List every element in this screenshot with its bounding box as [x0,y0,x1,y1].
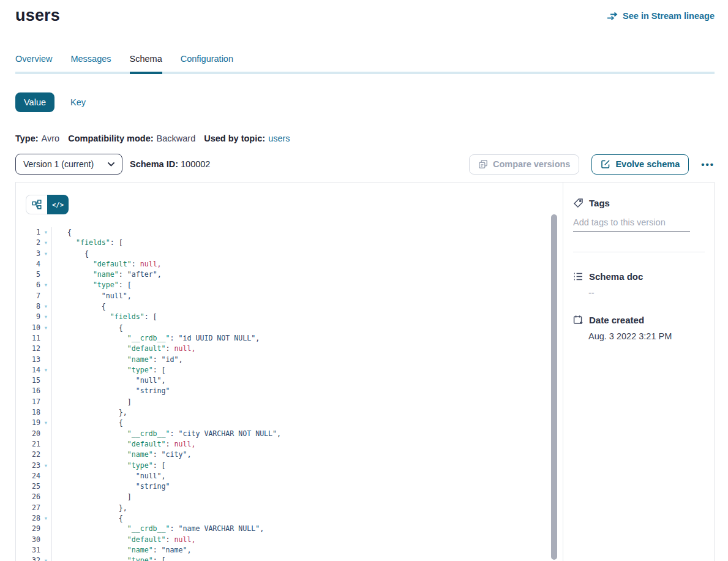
line-number: 29 [16,524,40,534]
stream-lineage-link[interactable]: See in Stream lineage [607,11,715,21]
tag-icon [573,198,584,208]
tab-messages[interactable]: Messages [70,54,111,74]
fold-toggle-icon[interactable]: ▾ [40,312,51,322]
line-number: 18 [16,407,40,418]
code-line: 28▾ { [16,513,563,524]
code-view-button[interactable]: </> [47,195,69,214]
code-block: 1▾{2▾ "fields": [3▾ {4 "default": null,5… [16,227,563,561]
line-number: 25 [16,481,40,492]
code-text: "name": "id", [51,355,183,365]
value-toggle-button[interactable]: Value [15,92,54,112]
code-text: "__crdb__": "city VARCHAR NOT NULL", [51,429,281,439]
fold-toggle-icon[interactable]: ▾ [40,238,51,248]
fold-toggle-icon [40,386,51,396]
fold-toggle-icon [40,269,51,280]
line-number: 14 [16,365,40,375]
line-number: 20 [16,429,40,439]
fold-toggle-icon[interactable]: ▾ [40,365,51,375]
line-number: 32 [16,555,40,561]
fold-toggle-icon [40,481,51,492]
line-number: 17 [16,397,40,407]
line-number: 21 [16,439,40,450]
code-text: "default": null, [51,344,195,354]
code-lines: 1▾{2▾ "fields": [3▾ {4 "default": null,5… [16,227,563,561]
tags-section-header: Tags [573,198,704,208]
schema-editor: </> 1▾{2▾ "fields": [3▾ {4 "default": nu… [16,183,563,561]
schema-doc-value: -- [573,288,704,298]
line-number: 7 [16,291,40,301]
editor-scrollbar[interactable] [551,214,557,560]
code-line: 20 "__crdb__": "city VARCHAR NOT NULL", [16,429,563,439]
fold-toggle-icon [40,429,51,439]
fold-toggle-icon [40,535,51,545]
code-text: { [51,323,123,333]
code-text: ] [51,492,132,502]
schema-id: Schema ID: 100002 [130,159,210,169]
line-number: 8 [16,301,40,312]
fold-toggle-icon [40,492,51,502]
code-line: 19▾ { [16,418,563,428]
code-line: 26 ] [16,492,563,502]
edit-icon [601,159,610,169]
sidebar-divider [573,252,705,252]
code-text: "type": [ [51,555,166,561]
add-tags-input[interactable] [573,216,690,232]
tab-schema[interactable]: Schema [130,54,162,74]
fold-toggle-icon[interactable]: ▾ [40,418,51,428]
key-toggle-link[interactable]: Key [70,97,86,107]
version-sidebar: Tags Schema doc -- [563,183,714,561]
tab-bar: Overview Messages Schema Configuration [15,54,715,74]
tab-overview[interactable]: Overview [15,54,52,74]
fold-toggle-icon[interactable]: ▾ [40,513,51,524]
fold-toggle-icon[interactable]: ▾ [40,227,51,238]
fold-toggle-icon [40,407,51,418]
fold-toggle-icon [40,259,51,269]
line-number: 12 [16,344,40,354]
topic-link[interactable]: users [268,134,290,143]
date-created-value: Aug. 3 2022 3:21 PM [573,331,704,341]
calendar-icon [573,315,584,325]
code-text: { [51,249,89,259]
line-number: 9 [16,312,40,322]
code-line: 31 "name": "name", [16,545,563,555]
fold-toggle-icon [40,524,51,534]
compare-versions-button[interactable]: Compare versions [469,154,580,175]
page-title: users [15,6,60,25]
code-text: "type": [ [51,365,166,375]
fold-toggle-icon[interactable]: ▾ [40,323,51,333]
page-header: users See in Stream lineage [15,6,715,25]
code-text: "__crdb__": "id UUID NOT NULL", [51,333,260,344]
more-options-button[interactable]: ••• [701,159,715,170]
fold-toggle-icon [40,291,51,301]
code-line: 24 "null", [16,471,563,481]
code-line: 27 }, [16,503,563,513]
code-line: 14▾ "type": [ [16,365,563,375]
fold-toggle-icon[interactable]: ▾ [40,301,51,312]
tree-view-button[interactable] [26,195,47,214]
line-number: 11 [16,333,40,344]
code-line: 30 "default": null, [16,535,563,545]
version-select[interactable]: Version 1 (current) [15,154,122,175]
code-line: 12 "default": null, [16,344,563,354]
code-line: 21 "default": null, [16,439,563,450]
fold-toggle-icon[interactable]: ▾ [40,280,51,290]
code-text: "__crdb__": "name VARCHAR NULL", [51,524,264,534]
evolve-schema-button[interactable]: Evolve schema [591,154,689,175]
code-text: { [51,301,106,312]
code-text: "default": null, [51,259,162,269]
code-line: 10▾ { [16,323,563,333]
code-line: 11 "__crdb__": "id UUID NOT NULL", [16,333,563,344]
schema-meta-row: Type: Avro Compatibility mode: Backward … [15,134,715,143]
meta-type: Type: Avro [15,134,59,143]
fold-toggle-icon[interactable]: ▾ [40,249,51,259]
line-number: 23 [16,461,40,471]
schema-page: users See in Stream lineage Overview Mes… [0,0,728,561]
fold-toggle-icon[interactable]: ▾ [40,461,51,471]
fold-toggle-icon[interactable]: ▾ [40,555,51,561]
tab-configuration[interactable]: Configuration [181,54,233,74]
line-number: 1 [16,227,40,238]
fold-toggle-icon [40,450,51,460]
code-text: "null", [51,291,132,301]
code-text: "string" [51,386,170,396]
meta-compatibility: Compatibility mode: Backward [68,134,195,143]
